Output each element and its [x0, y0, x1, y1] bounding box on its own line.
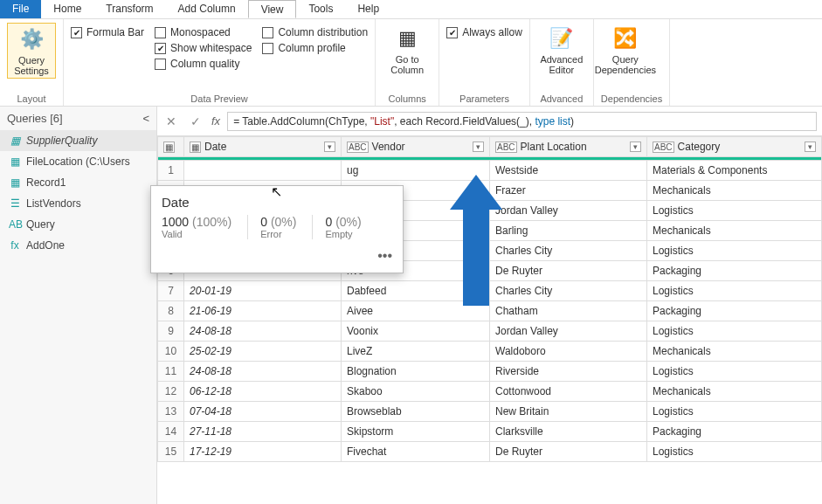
- row-number[interactable]: 8: [158, 301, 184, 321]
- cell-category[interactable]: Packaging: [647, 422, 822, 442]
- cell-plant[interactable]: Waldoboro: [490, 342, 647, 362]
- cell-vendor[interactable]: Skipstorm: [342, 422, 490, 442]
- menu-view[interactable]: View: [248, 0, 297, 18]
- cell-category[interactable]: Logistics: [647, 281, 822, 301]
- dropdown-icon[interactable]: ▾: [805, 142, 816, 152]
- menu-add-column[interactable]: Add Column: [166, 0, 248, 18]
- chk-column-profile[interactable]: Column profile: [262, 42, 368, 54]
- cell-vendor[interactable]: Skaboo: [342, 382, 490, 402]
- table-row[interactable]: 1427-11-18SkipstormClarksvillePackaging: [158, 422, 822, 442]
- chk-always-allow[interactable]: Always allow: [446, 26, 522, 38]
- queries-header[interactable]: Queries [6] <: [0, 107, 156, 130]
- table-row[interactable]: 1206-12-18SkabooCottonwoodMechanicals: [158, 382, 822, 402]
- table-row[interactable]: 924-08-18VoonixJordan ValleyLogistics: [158, 321, 822, 342]
- cell-category[interactable]: Mechanicals: [647, 342, 822, 362]
- cell-date[interactable]: 20-01-19: [184, 281, 342, 301]
- column-header-plant[interactable]: ABCPlant Location▾: [490, 137, 647, 157]
- column-header-date[interactable]: ▦Date▾: [184, 137, 342, 157]
- cell-plant[interactable]: Jordan Valley: [490, 321, 647, 342]
- row-number[interactable]: 10: [158, 342, 184, 362]
- corner-cell[interactable]: ▦: [158, 137, 184, 157]
- chk-column-distribution[interactable]: Column distribution: [262, 26, 368, 38]
- table-row[interactable]: 1517-12-19FivechatDe RuyterLogistics: [158, 442, 822, 462]
- menu-transform[interactable]: Transform: [93, 0, 165, 18]
- chk-column-quality[interactable]: Column quality: [155, 58, 252, 70]
- sidebar-item[interactable]: ☰ListVendors: [0, 193, 156, 214]
- cell-category[interactable]: Packaging: [647, 301, 822, 321]
- go-to-column-label: Go to Column: [386, 54, 428, 75]
- dropdown-icon[interactable]: ▾: [473, 142, 484, 152]
- sidebar-item[interactable]: ▦SupplierQuality: [0, 130, 156, 151]
- row-number[interactable]: 12: [158, 382, 184, 402]
- stat-label: Empty: [325, 229, 361, 239]
- menu-help[interactable]: Help: [345, 0, 391, 18]
- stat-pct: (100%): [192, 215, 231, 229]
- row-number[interactable]: 1: [158, 161, 184, 181]
- query-dependencies-button[interactable]: 🔀 Query Dependencies: [601, 23, 650, 77]
- cell-plant[interactable]: Cottonwood: [490, 382, 647, 402]
- chk-monospaced[interactable]: Monospaced: [155, 26, 252, 38]
- cell-date[interactable]: 27-11-18: [184, 422, 342, 442]
- cell-date[interactable]: 24-08-18: [184, 362, 342, 382]
- sidebar-item[interactable]: ABQuery: [0, 214, 156, 235]
- cancel-formula-button[interactable]: ✕: [162, 114, 180, 128]
- cell-category[interactable]: Logistics: [647, 321, 822, 342]
- cell-plant[interactable]: New Britain: [490, 402, 647, 422]
- tooltip-menu-button[interactable]: •••: [162, 248, 392, 264]
- cell-vendor[interactable]: LiveZ: [342, 342, 490, 362]
- sidebar-item[interactable]: fxAddOne: [0, 235, 156, 256]
- table-row[interactable]: 1307-04-18BrowseblabNew BritainLogistics: [158, 402, 822, 422]
- table-row[interactable]: 1025-02-19LiveZWaldoboroMechanicals: [158, 342, 822, 362]
- column-header-category[interactable]: ABCCategory▾: [647, 137, 822, 157]
- cell-vendor[interactable]: Browseblab: [342, 402, 490, 422]
- cell-category[interactable]: Mechanicals: [647, 382, 822, 402]
- cell-category[interactable]: Logistics: [647, 442, 822, 462]
- cell-vendor[interactable]: Voonix: [342, 321, 490, 342]
- row-number[interactable]: 14: [158, 422, 184, 442]
- sidebar-item-label: ListVendors: [26, 197, 81, 210]
- cell-category[interactable]: Logistics: [647, 362, 822, 382]
- cell-category[interactable]: Logistics: [647, 402, 822, 422]
- sidebar-item[interactable]: ▦Record1: [0, 172, 156, 193]
- cell-date[interactable]: 24-08-18: [184, 321, 342, 342]
- table-row[interactable]: 1124-08-18BlognationRiversideLogistics: [158, 362, 822, 382]
- query-settings-button[interactable]: ⚙️ Query Settings: [7, 23, 56, 79]
- cell-date[interactable]: [184, 161, 342, 181]
- cell-date[interactable]: 25-02-19: [184, 342, 342, 362]
- row-number[interactable]: 15: [158, 442, 184, 462]
- cell-date[interactable]: 21-06-19: [184, 301, 342, 321]
- menu-file[interactable]: File: [0, 0, 41, 18]
- column-header-vendor[interactable]: ABCVendor▾: [342, 137, 490, 157]
- date-type-icon: ▦: [190, 142, 201, 153]
- chk-formula-bar[interactable]: Formula Bar: [71, 26, 144, 38]
- cell-category[interactable]: Mechanicals: [647, 221, 822, 241]
- sidebar-item[interactable]: ▦FileLocation (C:\Users: [0, 151, 156, 172]
- cell-category[interactable]: Materials & Components: [647, 161, 822, 181]
- go-to-column-button[interactable]: ▦ Go to Column: [383, 23, 432, 77]
- cell-date[interactable]: 06-12-18: [184, 382, 342, 402]
- menu-home[interactable]: Home: [41, 0, 93, 18]
- advanced-editor-button[interactable]: 📝 Advanced Editor: [537, 23, 586, 77]
- cell-date[interactable]: 07-04-18: [184, 402, 342, 422]
- collapse-icon[interactable]: <: [142, 112, 149, 125]
- row-number[interactable]: 9: [158, 321, 184, 342]
- cell-plant[interactable]: De Ruyter: [490, 442, 647, 462]
- accept-formula-button[interactable]: ✓: [187, 114, 204, 128]
- formula-input[interactable]: = Table.AddColumn(ChType, "List", each R…: [227, 112, 817, 131]
- cell-date[interactable]: 17-12-19: [184, 442, 342, 462]
- cell-category[interactable]: Logistics: [647, 201, 822, 221]
- cell-category[interactable]: Packaging: [647, 261, 822, 281]
- row-number[interactable]: 7: [158, 281, 184, 301]
- row-number[interactable]: 13: [158, 402, 184, 422]
- cell-plant[interactable]: Riverside: [490, 362, 647, 382]
- row-number[interactable]: 11: [158, 362, 184, 382]
- cell-category[interactable]: Logistics: [647, 241, 822, 261]
- cell-plant[interactable]: Clarksville: [490, 422, 647, 442]
- menu-tools[interactable]: Tools: [296, 0, 345, 18]
- dropdown-icon[interactable]: ▾: [324, 142, 335, 152]
- cell-vendor[interactable]: Fivechat: [342, 442, 490, 462]
- cell-category[interactable]: Mechanicals: [647, 181, 822, 201]
- chk-show-whitespace[interactable]: Show whitespace: [155, 42, 252, 54]
- cell-vendor[interactable]: Blognation: [342, 362, 490, 382]
- dropdown-icon[interactable]: ▾: [630, 142, 641, 152]
